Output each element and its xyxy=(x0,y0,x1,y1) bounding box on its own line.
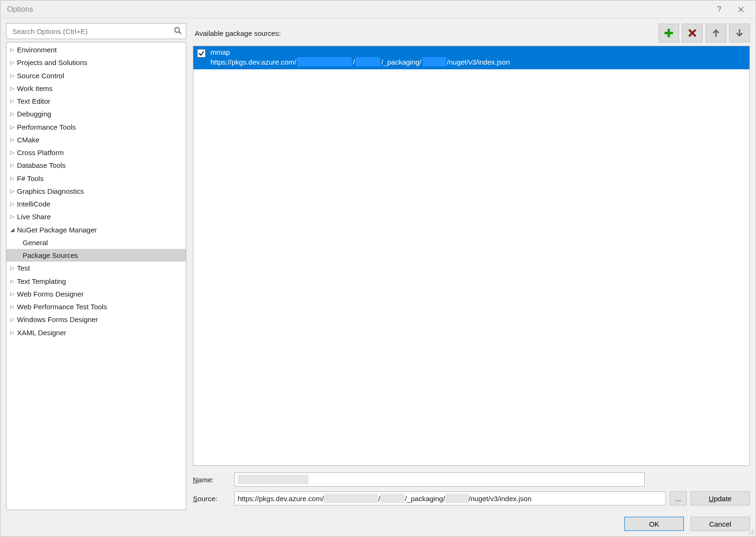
tree-item-live-share[interactable]: ▷Live Share xyxy=(7,210,186,223)
tree-item-source-control[interactable]: ▷Source Control xyxy=(7,69,186,82)
tree-item-test[interactable]: ▷Test xyxy=(7,262,186,274)
chevron-right-icon: ▷ xyxy=(9,290,15,298)
tree-item-projects-and-solutions[interactable]: ▷Projects and Solutions xyxy=(7,56,186,69)
chevron-right-icon: ▷ xyxy=(9,46,15,54)
browse-button[interactable]: ... xyxy=(670,491,687,505)
arrow-up-icon xyxy=(711,28,721,38)
svg-point-5 xyxy=(748,533,749,534)
tree-item-label: Environment xyxy=(17,44,57,55)
name-label: Name: xyxy=(193,476,230,484)
chevron-right-icon: ▷ xyxy=(9,303,15,311)
resize-grip[interactable] xyxy=(747,528,754,535)
update-button[interactable]: Update xyxy=(690,491,750,505)
tree-item-debugging[interactable]: ▷Debugging xyxy=(7,107,186,120)
ok-button[interactable]: OK xyxy=(624,517,684,531)
cancel-button[interactable]: Cancel xyxy=(690,517,750,531)
dialog-body: ▷Environment▷Projects and Solutions▷Sour… xyxy=(0,18,756,537)
help-icon: ? xyxy=(717,5,722,14)
check-icon xyxy=(198,50,205,57)
search-icon xyxy=(174,26,182,36)
svg-point-4 xyxy=(752,531,753,532)
plus-icon xyxy=(664,28,674,38)
chevron-right-icon: ▷ xyxy=(9,72,15,80)
tree-item-label: Debugging xyxy=(17,108,51,119)
move-down-button[interactable] xyxy=(729,24,750,42)
redaction xyxy=(423,57,446,66)
sources-list[interactable]: mmap https://pkgs.dev.azure.com/ / /_pac… xyxy=(193,46,750,466)
tree-item-xaml-designer[interactable]: ▷XAML Designer xyxy=(7,326,186,339)
titlebar: Options ? xyxy=(0,0,756,18)
edit-form: Name: Source: https://pkgs.dev.azure.com… xyxy=(193,472,750,510)
x-icon xyxy=(688,28,697,38)
chevron-right-icon: ▷ xyxy=(9,187,15,195)
chevron-down-icon: ◢ xyxy=(9,226,15,234)
source-url: https://pkgs.dev.azure.com/ / /_packagin… xyxy=(210,57,510,66)
chevron-right-icon: ▷ xyxy=(9,161,15,169)
search-input[interactable] xyxy=(11,27,174,36)
tree-item-label: Database Tools xyxy=(17,160,66,171)
tree-item-environment[interactable]: ▷Environment xyxy=(7,43,186,56)
tree-item-windows-forms-designer[interactable]: ▷Windows Forms Designer xyxy=(7,313,186,326)
close-icon xyxy=(738,7,744,12)
chevron-right-icon: ▷ xyxy=(9,97,15,105)
source-label: Source: xyxy=(193,495,230,503)
tree-item-package-sources[interactable]: Package Sources xyxy=(7,249,186,262)
tree-item-label: NuGet Package Manager xyxy=(17,224,97,235)
tree-item-label: Test xyxy=(17,263,30,273)
tree-item-general[interactable]: General xyxy=(7,236,186,249)
redaction xyxy=(238,475,308,484)
tree-item-web-performance-test-tools[interactable]: ▷Web Performance Test Tools xyxy=(7,300,186,313)
arrow-down-icon xyxy=(735,28,744,38)
tree-item-label: Text Templating xyxy=(17,276,66,287)
tree-item-nuget-package-manager[interactable]: ◢NuGet Package Manager xyxy=(7,223,186,236)
tree-item-label: Web Forms Designer xyxy=(17,289,83,299)
tree-item-work-items[interactable]: ▷Work Items xyxy=(7,82,186,95)
help-button[interactable]: ? xyxy=(708,2,730,17)
source-input[interactable]: https://pkgs.dev.azure.com/ / /_packagin… xyxy=(234,491,666,505)
tree-item-f-tools[interactable]: ▷F# Tools xyxy=(7,172,186,185)
chevron-right-icon: ▷ xyxy=(9,329,15,337)
tree-item-label: CMake xyxy=(17,134,40,145)
tree-item-performance-tools[interactable]: ▷Performance Tools xyxy=(7,121,186,133)
tree-item-label: Package Sources xyxy=(23,250,78,261)
redaction xyxy=(356,57,380,66)
tree-item-graphics-diagnostics[interactable]: ▷Graphics Diagnostics xyxy=(7,185,186,198)
options-tree[interactable]: ▷Environment▷Projects and Solutions▷Sour… xyxy=(6,42,186,510)
chevron-right-icon: ▷ xyxy=(9,84,15,92)
tree-item-intellicode[interactable]: ▷IntelliCode xyxy=(7,198,186,210)
tree-item-text-editor[interactable]: ▷Text Editor xyxy=(7,95,186,107)
dialog-footer: OK Cancel xyxy=(6,510,750,531)
window-title: Options xyxy=(7,5,708,14)
add-source-button[interactable] xyxy=(658,24,679,42)
tree-item-label: Work Items xyxy=(17,83,53,94)
chevron-right-icon: ▷ xyxy=(9,315,15,323)
tree-item-database-tools[interactable]: ▷Database Tools xyxy=(7,159,186,172)
chevron-right-icon: ▷ xyxy=(9,277,15,285)
search-box[interactable] xyxy=(6,23,186,39)
tree-item-web-forms-designer[interactable]: ▷Web Forms Designer xyxy=(7,288,186,300)
source-name: mmap xyxy=(210,48,510,56)
chevron-right-icon: ▷ xyxy=(9,264,15,272)
sidebar: ▷Environment▷Projects and Solutions▷Sour… xyxy=(6,23,186,510)
redaction xyxy=(445,494,469,503)
tree-item-cross-platform[interactable]: ▷Cross Platform xyxy=(7,146,186,159)
tree-item-label: IntelliCode xyxy=(17,198,50,209)
tree-item-label: Graphics Diagnostics xyxy=(17,186,84,197)
remove-source-button[interactable] xyxy=(682,24,703,42)
svg-point-0 xyxy=(175,27,180,32)
chevron-right-icon: ▷ xyxy=(9,174,15,182)
redaction xyxy=(380,494,405,503)
name-input[interactable] xyxy=(234,472,645,487)
tree-item-label: Performance Tools xyxy=(17,122,76,132)
options-dialog: Options ? ▷Environment▷Projects and Solu… xyxy=(0,0,756,537)
tree-item-cmake[interactable]: ▷CMake xyxy=(7,133,186,146)
close-button[interactable] xyxy=(730,2,752,17)
svg-point-6 xyxy=(750,533,751,534)
source-checkbox[interactable] xyxy=(197,49,206,58)
available-sources-label: Available package sources: xyxy=(193,29,658,37)
sources-toolbar xyxy=(658,24,750,42)
move-up-button[interactable] xyxy=(706,24,726,42)
svg-point-3 xyxy=(750,531,751,532)
source-item[interactable]: mmap https://pkgs.dev.azure.com/ / /_pac… xyxy=(193,46,749,69)
tree-item-text-templating[interactable]: ▷Text Templating xyxy=(7,275,186,288)
